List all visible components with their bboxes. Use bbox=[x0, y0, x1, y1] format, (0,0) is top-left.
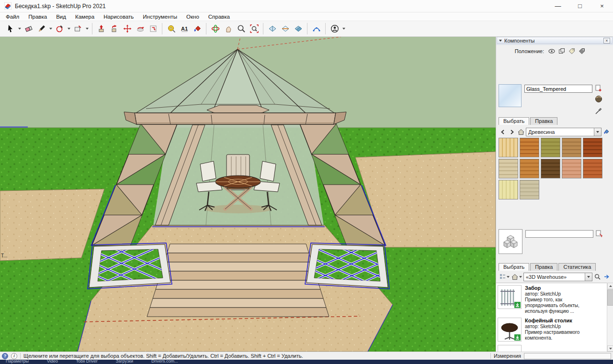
search-button[interactable] bbox=[593, 273, 602, 281]
paint-details-button[interactable] bbox=[602, 128, 611, 136]
collections-home-button[interactable] bbox=[511, 273, 522, 281]
minimize-button[interactable]: — bbox=[547, 0, 569, 12]
scenes-button[interactable] bbox=[310, 22, 323, 35]
material-swatch-7[interactable] bbox=[541, 159, 560, 178]
menu-item-Файл[interactable]: Файл bbox=[6, 14, 19, 20]
component-details-button[interactable] bbox=[595, 230, 603, 237]
material-swatch-1[interactable] bbox=[520, 138, 539, 157]
forward-button[interactable] bbox=[508, 128, 516, 136]
material-name-input[interactable] bbox=[524, 85, 592, 93]
component-list-item-partial[interactable] bbox=[498, 345, 605, 352]
material-swatch-10[interactable] bbox=[499, 180, 518, 199]
component-search-combo[interactable]: «3D Warehouse» bbox=[523, 273, 592, 281]
menu-item-Нарисовать[interactable]: Нарисовать bbox=[103, 14, 134, 20]
component-name-field[interactable] bbox=[525, 230, 593, 238]
create-material-button[interactable] bbox=[595, 84, 602, 92]
paint-bucket-tool-button[interactable] bbox=[191, 22, 204, 35]
material-swatch-2[interactable] bbox=[541, 138, 560, 157]
components-close-button[interactable]: × bbox=[603, 38, 610, 44]
zoom-tool-button[interactable] bbox=[235, 22, 248, 35]
material-swatch-5[interactable] bbox=[499, 159, 518, 178]
navigate-button[interactable] bbox=[602, 273, 611, 281]
dropdown-button[interactable] bbox=[594, 128, 601, 136]
component-thumbnail[interactable] bbox=[498, 345, 522, 352]
display-section-cuts-button[interactable] bbox=[279, 22, 292, 35]
component-list-item[interactable]: Забор автор: SketchUp Пример того, как у… bbox=[498, 285, 605, 314]
taskbar-items[interactable]: ПараметрыVideoTobii DriverЗагрузкиDriver… bbox=[0, 360, 613, 364]
components-section-header[interactable]: Компоненты × bbox=[497, 37, 613, 44]
menu-item-Справка[interactable]: Справка bbox=[208, 14, 230, 20]
close-button[interactable]: × bbox=[591, 0, 613, 12]
follow-me-tool-button[interactable] bbox=[108, 22, 121, 35]
stack-panels-button[interactable] bbox=[557, 47, 566, 55]
back-button[interactable] bbox=[499, 128, 507, 136]
materials-tab-select[interactable]: Выбрать bbox=[499, 117, 529, 125]
in-model-materials-button[interactable] bbox=[594, 95, 603, 103]
rectangle-tool-dropdown[interactable] bbox=[84, 22, 90, 35]
materials-tab-edit[interactable]: Правка bbox=[530, 117, 557, 125]
viewport[interactable]: Т... bbox=[0, 37, 496, 352]
taskbar-item[interactable]: Загрузки bbox=[116, 360, 133, 363]
model-canvas[interactable] bbox=[0, 37, 496, 352]
material-category-dropdown[interactable]: Древесина bbox=[526, 128, 602, 136]
line-tool-dropdown[interactable] bbox=[48, 22, 53, 35]
tag-button[interactable] bbox=[568, 47, 576, 55]
collapsed-tray-tab[interactable]: Т... bbox=[1, 253, 7, 258]
component-thumbnail[interactable] bbox=[498, 285, 522, 309]
arc-tool-button[interactable] bbox=[53, 22, 66, 35]
component-thumbnail[interactable] bbox=[498, 318, 522, 342]
sign-in-dropdown[interactable] bbox=[341, 22, 346, 35]
material-swatch-4[interactable] bbox=[583, 138, 602, 157]
help-button[interactable]: ? bbox=[2, 353, 8, 359]
info-button[interactable]: i bbox=[11, 353, 17, 359]
visibility-toggle-button[interactable] bbox=[547, 47, 556, 55]
taskbar-item[interactable]: Tobii Driver bbox=[76, 360, 98, 363]
material-swatch-9[interactable] bbox=[583, 159, 602, 178]
component-list-item[interactable]: Кофейный столик автор: SketchUp Пример н… bbox=[498, 318, 605, 342]
scroll-down-button[interactable] bbox=[607, 345, 613, 352]
measurements-input[interactable] bbox=[524, 353, 611, 359]
pan-tool-button[interactable] bbox=[222, 22, 235, 35]
taskbar-item[interactable]: Параметры bbox=[6, 360, 29, 363]
material-swatch-11[interactable] bbox=[520, 180, 539, 199]
steps[interactable] bbox=[147, 244, 329, 317]
text-tool-button[interactable]: A1 bbox=[178, 22, 191, 35]
components-tab-select[interactable]: Выбрать bbox=[499, 263, 529, 271]
components-scrollbar[interactable] bbox=[607, 283, 613, 352]
scroll-thumb[interactable] bbox=[607, 289, 613, 306]
material-swatch-8[interactable] bbox=[562, 159, 581, 178]
material-swatch-6[interactable] bbox=[520, 159, 539, 178]
offset-tool-button[interactable] bbox=[147, 22, 159, 35]
tape-measure-tool-button[interactable] bbox=[165, 22, 178, 35]
home-button[interactable] bbox=[517, 128, 525, 136]
tag-dark-button[interactable] bbox=[578, 47, 586, 55]
section-plane-tool-button[interactable] bbox=[266, 22, 279, 35]
component-name[interactable]: Кофейный столик bbox=[525, 318, 581, 323]
sample-paint-eyedropper-button[interactable] bbox=[595, 107, 602, 115]
taskbar-item[interactable]: Video bbox=[47, 360, 58, 363]
components-tab-edit[interactable]: Правка bbox=[530, 263, 557, 271]
menu-item-Окно[interactable]: Окно bbox=[186, 14, 199, 20]
component-name[interactable]: Забор bbox=[525, 285, 581, 291]
display-section-planes-button[interactable] bbox=[292, 22, 305, 35]
view-options-button[interactable] bbox=[499, 273, 510, 281]
dropdown-button[interactable] bbox=[585, 273, 592, 281]
rectangle-tool-button[interactable] bbox=[71, 22, 84, 35]
menu-item-Правка[interactable]: Правка bbox=[28, 14, 47, 20]
components-tab-statistics[interactable]: Статистика bbox=[558, 263, 596, 271]
menu-item-Камера[interactable]: Камера bbox=[75, 14, 94, 20]
move-tool-button[interactable] bbox=[121, 22, 134, 35]
zoom-extents-tool-button[interactable] bbox=[248, 22, 261, 35]
maximize-button[interactable]: □ bbox=[569, 0, 591, 12]
sign-in-button[interactable] bbox=[328, 22, 341, 35]
select-tool-dropdown[interactable] bbox=[17, 22, 22, 35]
rotate-tool-button[interactable] bbox=[134, 22, 147, 35]
material-swatch-0[interactable] bbox=[499, 138, 518, 157]
roof-fascia[interactable] bbox=[124, 112, 346, 124]
orbit-tool-button[interactable] bbox=[209, 22, 222, 35]
push-pull-tool-button[interactable] bbox=[95, 22, 108, 35]
material-swatch-3[interactable] bbox=[562, 138, 581, 157]
arc-tool-dropdown[interactable] bbox=[66, 22, 71, 35]
menu-item-Инструменты[interactable]: Инструменты bbox=[143, 14, 177, 20]
eraser-tool-button[interactable] bbox=[22, 22, 35, 35]
